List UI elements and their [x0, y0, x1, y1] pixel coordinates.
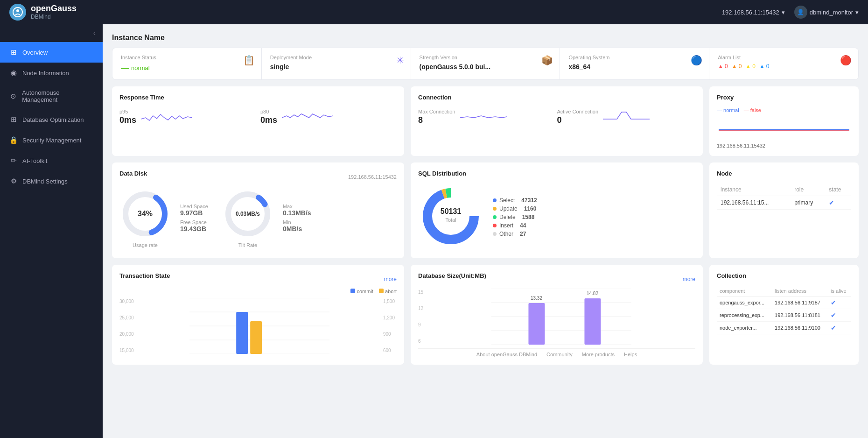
alarm-row: ▲ 0 ▲ 0 ▲ 0 ▲ 0	[718, 63, 850, 70]
usage-percent: 34%	[138, 210, 153, 218]
sidebar-collapse-button[interactable]: ‹	[0, 24, 103, 42]
sql-legend-other: Other 27	[493, 231, 537, 237]
instance-status-value: — normal	[121, 63, 253, 73]
sql-legend-delete: Delete 1588	[493, 214, 537, 220]
footer-about[interactable]: About openGauss DBMind	[476, 352, 537, 357]
logo-icon	[9, 4, 26, 21]
sidebar-item-overview[interactable]: ⊞ Overview	[0, 42, 103, 63]
proxy-address: 192.168.56.11:15432	[717, 143, 851, 148]
p80-label: p80	[260, 109, 277, 114]
logo: openGauss DBMind	[9, 4, 77, 21]
svg-text:Total: Total	[445, 217, 456, 223]
footer-products[interactable]: More products	[582, 352, 615, 357]
transaction-card: Transaction State more commit abort 30,0…	[112, 265, 404, 365]
node-card: Node instance role state 192.168.56.11:1…	[709, 162, 859, 258]
other-dot	[493, 232, 497, 236]
sidebar-item-dbmind-settings[interactable]: ⚙ DBMind Settings	[0, 171, 103, 191]
svg-rect-27	[529, 303, 545, 345]
sidebar-item-label: Database Optimization	[22, 116, 84, 123]
os-card: Operating System x86_64 🔵	[560, 48, 709, 79]
svg-point-1	[16, 9, 19, 12]
coll-component-1: reprocessing_exp...	[717, 309, 772, 322]
connection-selector[interactable]: 192.168.56.11:15432 ▾	[722, 9, 785, 16]
disk-info: Used Space 9.97GB Free Space 19.43GB	[180, 204, 208, 233]
sql-legend-select: Select 47312	[493, 197, 537, 204]
proxy-card: Proxy — normal — false 192.168.56.11:154…	[709, 86, 859, 156]
instance-header: Instance Name Instance Status — normal 📋…	[112, 34, 859, 80]
collection-card: Collection component listen address is a…	[709, 265, 859, 365]
response-time-title: Response Time	[119, 94, 397, 101]
proxy-legend-normal: — normal	[717, 107, 739, 113]
response-time-card: Response Time p95 0ms p80 0ms	[112, 86, 404, 156]
coll-component-0: opengauss_expor...	[717, 297, 772, 309]
user-menu[interactable]: 👤 dbmind_monitor ▾	[794, 6, 859, 19]
os-label: Operating System	[568, 55, 700, 60]
transaction-more-link[interactable]: more	[384, 276, 397, 283]
sidebar-item-security[interactable]: 🔒 Security Management	[0, 130, 103, 150]
coll-alive-0: ✔	[828, 297, 851, 309]
table-row: 192.168.56.11:15... primary ✔	[717, 196, 851, 210]
sql-legend-update: Update 1160	[493, 205, 537, 212]
free-space-value: 19.43GB	[180, 225, 208, 233]
svg-rect-29	[585, 298, 601, 345]
instance-title: Instance Name	[112, 34, 859, 42]
check-icon: ✔	[831, 299, 836, 306]
sidebar-item-label: DBMind Settings	[22, 178, 68, 185]
sql-title: SQL Distribution	[418, 170, 695, 177]
chevron-down-icon: ▾	[782, 9, 785, 16]
db-size-bar-chart: 13.32 14.82 Community	[427, 289, 695, 345]
coll-alive-1: ✔	[828, 309, 851, 322]
node-col-role: role	[791, 184, 825, 196]
strength-label: Strength Version	[420, 55, 552, 60]
deployment-mode-card: Deployment Mode single ✳	[262, 48, 411, 79]
proxy-legend: — normal — false	[717, 107, 851, 113]
proxy-title: Proxy	[717, 94, 851, 101]
strength-version-card: Strength Version (openGauss 5.0.0 bui...…	[411, 48, 560, 79]
min-value: 0MB/s	[283, 225, 311, 233]
y-axis-right: 1,500 1,200 900 600	[383, 298, 395, 354]
usage-donut: 34%	[119, 188, 171, 240]
active-connection-value: 0	[557, 115, 598, 125]
footer-helps[interactable]: Helps	[624, 352, 637, 357]
alarm-label: Alarm List	[718, 55, 850, 60]
usage-rate-label: Usage rate	[133, 242, 158, 248]
strength-value: (openGauss 5.0.0 bui...	[420, 63, 552, 71]
alarm-blue-icon: ▲	[759, 63, 765, 70]
disk-title: Data Disk	[119, 170, 147, 177]
node-col-state: state	[825, 184, 851, 196]
os-value: x86_64	[568, 63, 700, 71]
p80-metric: p80 0ms	[260, 109, 277, 125]
sidebar-item-label: Overview	[22, 49, 48, 56]
connection-title: Connection	[418, 94, 695, 101]
sidebar-item-ai-toolkit[interactable]: ✏ AI-Toolkit	[0, 150, 103, 171]
sidebar-item-node-info[interactable]: ◉ Node Information	[0, 63, 103, 83]
update-dot	[493, 207, 497, 211]
svg-text:50131: 50131	[441, 207, 462, 215]
p80-chart	[282, 107, 397, 126]
table-row: node_exporter... 192.168.56.11:9100 ✔	[717, 322, 851, 334]
alarm-yellow-count: 0	[752, 63, 756, 70]
coll-address-1: 192.168.56.11:8181	[772, 309, 828, 322]
db-opt-icon: ⊞	[9, 115, 18, 124]
ai-icon: ✏	[9, 156, 18, 165]
coll-address-0: 192.168.56.11:9187	[772, 297, 828, 309]
node-table: instance role state 192.168.56.11:15... …	[717, 184, 851, 210]
lower-section: Data Disk 192.168.56.11:15432 34% Usage …	[112, 162, 859, 258]
footer-community[interactable]: Community	[546, 352, 573, 357]
db-size-more-link[interactable]: more	[683, 276, 695, 283]
free-space-row: Free Space 19.43GB	[180, 219, 208, 233]
sidebar-item-label: Autonomouse Management	[22, 89, 93, 103]
security-icon: 🔒	[9, 136, 18, 144]
deployment-value: single	[270, 63, 402, 71]
sidebar-item-autonomouse[interactable]: ⊙ Autonomouse Management	[0, 83, 103, 109]
max-connection-label: Max Connection	[418, 109, 455, 114]
db-size-chart-area: 15 12 9 6	[418, 289, 695, 345]
data-disk-card: Data Disk 192.168.56.11:15432 34% Usage …	[112, 162, 404, 258]
table-row: reprocessing_exp... 192.168.56.11:8181 ✔	[717, 309, 851, 322]
bottom-section: Transaction State more commit abort 30,0…	[112, 265, 859, 365]
node-role: primary	[791, 196, 825, 210]
alarm-blue-count: 0	[766, 63, 770, 70]
sidebar-item-db-opt[interactable]: ⊞ Database Optimization	[0, 109, 103, 130]
p95-label: p95	[119, 109, 136, 114]
connection-card: Connection Max Connection 8 Active Conne…	[411, 86, 703, 156]
